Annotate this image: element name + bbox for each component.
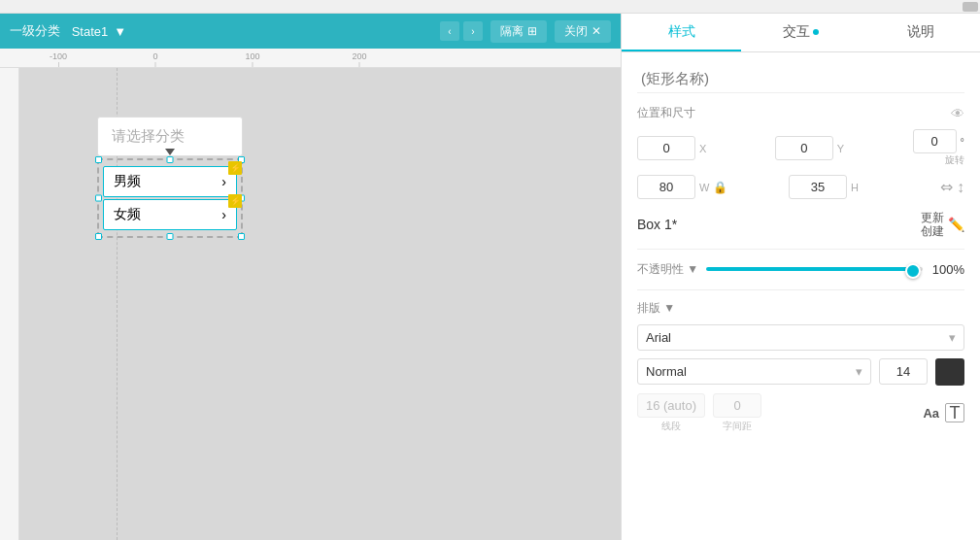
tab-interact[interactable]: 交互 <box>741 14 861 51</box>
nav-arrows: ‹ › <box>440 21 483 41</box>
font-family-row: Arial ▾ <box>637 324 964 351</box>
y-input[interactable] <box>775 136 833 160</box>
font-style-dropdown-icon: ▾ <box>856 364 862 379</box>
opacity-slider[interactable] <box>706 267 923 271</box>
position-size-title: 位置和尺寸 <box>637 105 695 121</box>
text-icons: Aa T <box>923 403 964 422</box>
w-label: W <box>699 182 709 193</box>
design-frame: 请选择分类 <box>97 117 262 238</box>
menu-item-2-arrow: › <box>221 207 226 222</box>
title-text: 一级分类 <box>10 22 60 40</box>
menu-item-2-label: 女频 <box>114 206 141 223</box>
menu-item-1[interactable]: 男频 › ⚡ <box>103 166 237 197</box>
ruler-mark-200: 200 <box>352 51 366 67</box>
expand-icon: ⊞ <box>527 24 537 38</box>
ruler-mark-neg100: -100 <box>50 51 67 67</box>
char-spacing-input[interactable] <box>713 393 761 418</box>
handle-tl[interactable] <box>95 156 102 163</box>
size-row: W 🔒 H ⇔ ↕ <box>637 175 964 199</box>
panel-body: 位置和尺寸 👁 X Y ° 旋转 <box>622 52 980 540</box>
handle-br[interactable] <box>238 233 245 240</box>
lightning-badge-1: ⚡ <box>228 161 242 175</box>
line-height-label: 线段 <box>661 420 681 433</box>
state-text: State1 <box>72 24 109 39</box>
handle-tm[interactable] <box>167 156 174 163</box>
y-label: Y <box>837 143 844 154</box>
component-name-row: Box 1* 更新 创建 ✏️ <box>637 211 964 250</box>
char-spacing-group: 字间距 <box>713 393 761 433</box>
shape-name-input[interactable] <box>637 64 964 93</box>
text-case-icon[interactable]: Aa <box>923 406 939 421</box>
x-label: X <box>699 143 706 154</box>
text-style-icon[interactable]: T <box>945 403 964 422</box>
x-field-group: X <box>637 136 767 160</box>
line-height-input[interactable] <box>637 393 705 418</box>
position-size-header: 位置和尺寸 👁 <box>637 105 964 121</box>
font-style-value: Normal <box>646 364 687 379</box>
lock-icon[interactable]: 🔒 <box>713 181 727 194</box>
font-color-picker[interactable] <box>935 358 964 386</box>
font-size-input[interactable] <box>879 358 928 385</box>
line-height-group: 线段 <box>637 393 705 433</box>
update-button[interactable]: 更新 创建 ✏️ <box>921 211 964 239</box>
typography-label: 排版 ▼ <box>637 300 675 317</box>
opacity-label: 不透明性 ▼ <box>637 261 698 278</box>
handle-ml[interactable] <box>95 195 102 202</box>
tab-style[interactable]: 样式 <box>622 14 741 51</box>
typography-section: 排版 ▼ Arial ▾ Normal ▾ <box>637 289 964 433</box>
scrollbar-thumb[interactable] <box>963 2 978 12</box>
dropdown-arrow-icon[interactable]: ▼ <box>114 24 126 39</box>
canvas-area: 一级分类 State1 ▼ ‹ › 隔离 ⊞ 关闭 ✕ <box>0 14 621 540</box>
font-style-row: Normal ▾ <box>637 358 964 386</box>
ruler-mark-100: 100 <box>245 51 259 67</box>
selection-triangle <box>165 149 175 155</box>
resize-vertical-icon[interactable]: ↕ <box>957 179 964 196</box>
eye-icon[interactable]: 👁 <box>951 106 964 121</box>
typography-header: 排版 ▼ <box>637 300 964 317</box>
font-style-select[interactable]: Normal ▾ <box>637 358 871 385</box>
y-field-group: Y <box>775 136 905 160</box>
rotation-group: ° 旋转 <box>913 129 964 167</box>
panel-tabs: 样式 交互 说明 <box>622 14 980 52</box>
canvas-with-ruler: 请选择分类 <box>0 68 621 540</box>
rotation-degree-label: ° <box>961 136 964 148</box>
lightning-badge-2: ⚡ <box>228 194 242 208</box>
position-row: X Y ° 旋转 <box>637 129 964 167</box>
handle-bm[interactable] <box>167 233 174 240</box>
height-input[interactable] <box>789 175 847 199</box>
h-field-group: H <box>789 175 932 199</box>
line-spacing-row: 线段 字间距 Aa T <box>637 393 964 433</box>
tab-description[interactable]: 说明 <box>861 14 980 51</box>
ruler-left <box>0 68 19 540</box>
top-scrollbar[interactable] <box>0 0 980 14</box>
menu-item-2[interactable]: 女频 › ⚡ <box>103 199 237 230</box>
menu-item-1-arrow: › <box>221 174 226 189</box>
close-button[interactable]: 关闭 ✕ <box>555 20 611 43</box>
h-label: H <box>851 182 859 193</box>
component-box[interactable]: 男频 › ⚡ 女频 › ⚡ <box>97 158 243 238</box>
resize-horizontal-icon[interactable]: ⇔ <box>940 178 953 196</box>
edit-icon: ✏️ <box>948 217 964 232</box>
width-input[interactable] <box>637 175 695 199</box>
right-panel: 样式 交互 说明 位置和尺寸 👁 X <box>621 14 980 540</box>
update-btn-text: 更新 创建 <box>921 211 944 239</box>
canvas-workspace[interactable]: 请选择分类 <box>19 68 621 540</box>
ruler-top: -100 0 100 200 <box>0 49 621 68</box>
isolate-button[interactable]: 隔离 ⊞ <box>490 20 547 43</box>
font-family-select[interactable]: Arial ▾ <box>637 324 964 351</box>
rotation-sublabel: 旋转 <box>945 153 964 167</box>
ruler-marks: -100 0 100 200 <box>0 49 621 67</box>
nav-left-button[interactable]: ‹ <box>440 21 459 41</box>
handle-bl[interactable] <box>95 233 102 240</box>
resize-icons: ⇔ ↕ <box>940 178 964 196</box>
rotation-input[interactable] <box>913 129 957 153</box>
w-field-group: W 🔒 <box>637 175 781 199</box>
component-name-text: Box 1* <box>637 217 677 232</box>
opacity-value: 100% <box>930 262 964 277</box>
interact-dot <box>813 29 819 35</box>
nav-right-button[interactable]: › <box>463 21 483 41</box>
x-input[interactable] <box>637 136 695 160</box>
char-spacing-label: 字间距 <box>723 420 752 433</box>
canvas-title: 一级分类 State1 ▼ <box>10 22 126 40</box>
main-container: 一级分类 State1 ▼ ‹ › 隔离 ⊞ 关闭 ✕ <box>0 14 980 540</box>
